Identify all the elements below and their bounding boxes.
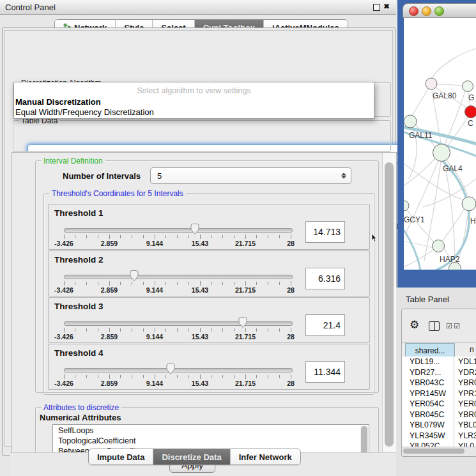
table-horizontal-scrollbar[interactable]	[402, 447, 476, 456]
cell-name: YBR0	[458, 410, 476, 419]
interval-definition-group: Interval Definition Number of Intervals …	[35, 160, 379, 393]
threshold-1-label: Threshold 1	[54, 208, 104, 218]
edge[interactable]	[404, 242, 433, 248]
slider-tick-label: 21.715	[235, 380, 256, 387]
network-node[interactable]	[462, 197, 476, 211]
table-row[interactable]: YBL079WYBL0	[402, 420, 476, 431]
slider-tick	[256, 282, 257, 285]
slider-tick	[188, 375, 189, 378]
slider-tick	[64, 328, 65, 332]
slider-tick	[234, 375, 234, 378]
popup-option-manual-discretization[interactable]: Manual Discretization	[15, 97, 101, 107]
network-node[interactable]	[404, 201, 409, 211]
edge[interactable]	[444, 161, 455, 263]
slider-tick	[256, 328, 257, 332]
attribute-item-topologicalcoefficient[interactable]: TopologicalCoefficient	[58, 436, 135, 445]
slider-tick	[165, 328, 166, 332]
network-node[interactable]	[433, 240, 445, 252]
threshold-3-slider-thumb[interactable]	[238, 316, 248, 331]
attribute-item-selfloops[interactable]: SelfLoops	[58, 426, 94, 435]
table-row[interactable]: YPR145WYPR1	[402, 388, 476, 399]
network-node[interactable]	[404, 115, 417, 128]
threshold-3-slider-track[interactable]	[64, 321, 293, 326]
column-header-name[interactable]: n	[470, 345, 474, 354]
slider-tick	[188, 235, 189, 238]
edge[interactable]	[412, 89, 428, 116]
edge[interactable]	[442, 209, 464, 242]
slider-tick	[143, 328, 144, 332]
threshold-2-slider-thumb[interactable]	[129, 270, 139, 284]
popup-option-equal-width-frequency[interactable]: Equal Width/Frequency Discretization	[15, 107, 154, 117]
table-row[interactable]: YBR045CYBR0	[402, 410, 476, 420]
threshold-2-value-field[interactable]: 6.316	[305, 268, 345, 289]
split-columns-icon[interactable]	[429, 321, 440, 331]
node-label-gal80: GAL80	[433, 91, 457, 100]
table-panel-title: Table Panel	[406, 295, 449, 304]
window-zoom-icon[interactable]	[434, 6, 444, 16]
number-of-intervals-spinner[interactable]: 5	[150, 167, 351, 184]
checkbox-icon[interactable]: ☑	[454, 322, 460, 330]
node-label-g: G	[468, 93, 474, 102]
threshold-2-slider-track[interactable]	[64, 275, 293, 279]
table-row[interactable]: YER054CYER0	[402, 399, 476, 410]
tab-discretize-data[interactable]: Discretize Data	[153, 449, 229, 464]
table-row[interactable]: YDR27...YDR2	[402, 367, 476, 378]
threshold-4-slider-track[interactable]	[64, 368, 293, 372]
threshold-4-value-field[interactable]: 11.344	[305, 361, 345, 383]
close-panel-button[interactable]: ✖	[383, 2, 390, 11]
window-close-icon[interactable]	[409, 6, 418, 16]
network-node[interactable]	[433, 144, 450, 162]
main-scrollbar-thumb[interactable]	[385, 162, 394, 447]
checkbox-icon[interactable]: ☑	[446, 322, 452, 330]
slider-tick	[200, 281, 201, 286]
gear-icon[interactable]: ⚙	[410, 319, 419, 330]
table-row[interactable]: YBR043CYBR0	[402, 378, 476, 388]
attributes-to-discretize-title: Attributes to discretize	[41, 403, 121, 412]
network-node[interactable]	[426, 78, 437, 89]
slider-tick	[256, 375, 257, 378]
threshold-3-value-field[interactable]: 21.4	[305, 314, 345, 336]
table-row[interactable]: YLR345WYLR3	[402, 431, 476, 441]
node-label-gal11: GAL11	[409, 131, 433, 140]
slider-tick	[98, 235, 98, 238]
highlighted-edge[interactable]	[404, 230, 420, 270]
edge[interactable]	[407, 210, 434, 242]
threshold-1-slider-thumb[interactable]	[190, 223, 200, 238]
main-scrollbar[interactable]	[382, 153, 396, 452]
threshold-4-slider-thumb[interactable]	[165, 363, 176, 378]
network-canvas[interactable]: GAL80GCGAL11GAL4GCY1HHAP2	[404, 17, 476, 270]
numerical-attributes-label: Numerical Attributes	[40, 413, 121, 422]
edge[interactable]	[404, 158, 436, 185]
table-row[interactable]: YDL19...YDL1	[402, 357, 476, 367]
table-horizontal-scrollbar-thumb[interactable]	[403, 449, 464, 454]
window-minimize-icon[interactable]	[422, 6, 431, 16]
tab-infer-network[interactable]: Infer Network	[230, 449, 300, 464]
slider-tick	[291, 234, 291, 239]
slider-tick	[245, 281, 246, 286]
threshold-1-value-field[interactable]: 14.713	[305, 221, 345, 243]
algorithm-popup-hint: Select algorithm to view settings	[14, 86, 374, 95]
edge[interactable]	[433, 49, 476, 77]
slider-tick	[268, 282, 268, 285]
slider-tick	[177, 282, 178, 285]
network-node[interactable]	[463, 81, 473, 92]
slider-tick	[279, 375, 280, 378]
tab-impute-data[interactable]: Impute Data	[89, 449, 153, 464]
float-window-button[interactable]	[373, 4, 380, 11]
attributes-scrollbar[interactable]	[360, 426, 368, 453]
network-window-titlebar[interactable]	[403, 3, 476, 18]
threshold-1-slider-track[interactable]	[64, 228, 293, 233]
network-node[interactable]	[465, 106, 476, 118]
table-row[interactable]: YIL052CYIL0	[402, 441, 476, 447]
slider-tick	[120, 282, 121, 285]
slider-tick-label: -3.426	[54, 333, 73, 341]
slider-tick	[234, 235, 234, 238]
slider-tick-label: 2.859	[101, 240, 118, 247]
slider-tick	[245, 374, 246, 379]
tab-label: Impute Data	[97, 452, 144, 462]
threshold-1-panel: Threshold 1-3.4262.8599.14415.4321.71528…	[48, 204, 370, 250]
highlighted-edge[interactable]	[437, 161, 469, 270]
slider-tick	[256, 235, 257, 238]
edge[interactable]	[437, 84, 463, 86]
attributes-scrollbar-thumb[interactable]	[361, 426, 367, 453]
